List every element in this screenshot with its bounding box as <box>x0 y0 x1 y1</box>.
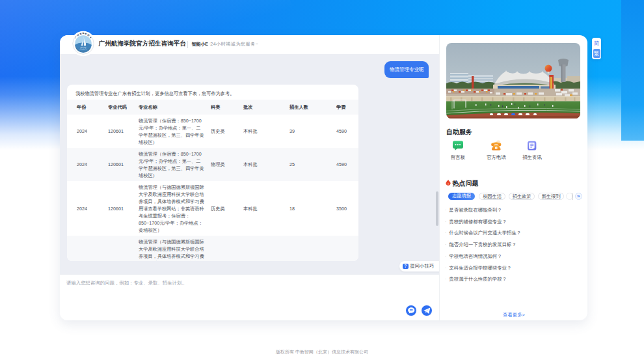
svg-text:海: 海 <box>82 32 85 35</box>
